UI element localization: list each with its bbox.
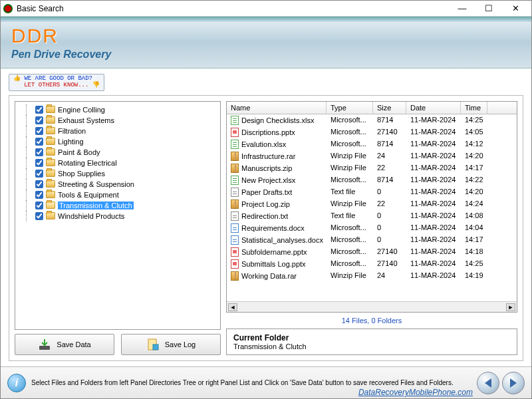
action-buttons: Save Data Save Log <box>15 334 221 355</box>
file-table[interactable]: Name Type Size Date Time Design Checklis… <box>227 102 517 301</box>
tree-item[interactable]: Exhaust Systems <box>17 115 219 126</box>
save-log-button[interactable]: Save Log <box>121 334 221 355</box>
file-row[interactable]: Requirements.docxMicrosoft...011-MAR-202… <box>227 222 517 234</box>
footer: i Select Files and Folders from left Pan… <box>1 366 531 398</box>
file-row[interactable]: Submittals Log.pptxMicrosoft...2714011-M… <box>227 258 517 270</box>
file-row[interactable]: Design Checklists.xlsxMicrosoft...871411… <box>227 114 517 126</box>
tree-checkbox[interactable] <box>35 138 43 146</box>
file-row[interactable]: Evalution.xlsxMicrosoft...871411-MAR-202… <box>227 138 517 150</box>
tree-label: Lighting <box>58 138 84 146</box>
horizontal-scrollbar[interactable]: ◄ ► <box>227 301 517 312</box>
zip-icon <box>231 200 239 209</box>
col-time[interactable]: Time <box>461 102 487 114</box>
tree-checkbox[interactable] <box>35 180 43 188</box>
tree-item[interactable]: Windshield Products <box>17 211 219 221</box>
folder-icon <box>46 159 55 166</box>
file-row[interactable]: Statistical_analyses.docxMicrosoft...011… <box>227 234 517 246</box>
col-date[interactable]: Date <box>406 102 461 114</box>
scroll-right-icon[interactable]: ► <box>506 303 515 311</box>
file-row[interactable]: Subfoldername.pptxMicrosoft...2714011-MA… <box>227 246 517 258</box>
tree-item[interactable]: Rotating Electrical <box>17 158 219 168</box>
tree-checkbox[interactable] <box>35 106 43 114</box>
folder-icon <box>46 201 55 209</box>
tree-item[interactable]: Paint & Body <box>17 147 219 158</box>
xlsx-icon <box>231 140 239 149</box>
col-type[interactable]: Type <box>327 102 373 114</box>
scroll-left-icon[interactable]: ◄ <box>228 303 237 311</box>
tree-item[interactable]: Transmission & Clutch <box>17 200 219 211</box>
forward-button[interactable] <box>502 372 525 394</box>
tree-checkbox[interactable] <box>35 116 43 124</box>
header-banner: DDR Pen Drive Recovery <box>1 17 531 68</box>
file-row[interactable]: Manuscripts.zipWinzip File2211-MAR-20241… <box>227 162 517 174</box>
file-row[interactable]: New Project.xlsxMicrosoft...871411-MAR-2… <box>227 174 517 186</box>
file-time: 14:17 <box>461 235 487 245</box>
file-row[interactable]: Redirection.txtText file011-MAR-202414:0… <box>227 210 517 222</box>
tree-label: Engine Colling <box>58 106 105 114</box>
tree-item[interactable]: Shop Supplies <box>17 168 219 179</box>
minimize-button[interactable]: — <box>449 1 475 16</box>
file-row[interactable]: Project Log.zipWinzip File2211-MAR-20241… <box>227 198 517 210</box>
file-type: Winzip File <box>327 271 373 281</box>
maximize-button[interactable]: ☐ <box>475 1 502 16</box>
file-size: 0 <box>373 211 406 221</box>
feedback-banner[interactable]: 👍 WE ARE GOOD OR BAD? LET OTHERS KNOW...… <box>9 74 104 91</box>
file-type: Microsoft... <box>327 223 373 233</box>
file-type: Winzip File <box>327 163 373 174</box>
file-time: 14:25 <box>461 259 487 269</box>
file-row[interactable]: Discriptions.pptxMicrosoft...2714011-MAR… <box>227 126 517 138</box>
folder-icon <box>46 127 55 134</box>
save-data-button[interactable]: Save Data <box>15 334 114 355</box>
file-size: 24 <box>373 271 406 281</box>
file-name: Statistical_analyses.docx <box>227 235 327 245</box>
window-controls: — ☐ ✕ <box>449 1 529 16</box>
panels: Engine CollingExhaust SystemsFiltrationL… <box>9 95 523 361</box>
save-log-icon <box>146 338 160 351</box>
tree-item[interactable]: Lighting <box>17 136 219 147</box>
col-name[interactable]: Name <box>227 102 327 114</box>
tree-item[interactable]: Filtration <box>17 126 219 136</box>
tree-checkbox[interactable] <box>35 148 43 156</box>
file-type: Microsoft... <box>327 115 373 126</box>
tree-item[interactable]: Engine Colling <box>17 104 219 115</box>
file-size: 0 <box>373 235 406 245</box>
file-name: Infrastructure.rar <box>227 151 327 162</box>
file-row[interactable]: Working Data.rarWinzip File2411-MAR-2024… <box>227 270 517 282</box>
file-name: Submittals Log.pptx <box>227 259 327 269</box>
svg-rect-0 <box>39 346 50 350</box>
tree-checkbox[interactable] <box>35 212 43 220</box>
tree-label: Paint & Body <box>58 148 100 156</box>
brand-logo: DDR <box>11 25 521 47</box>
tree-label: Streeting & Suspension <box>58 180 134 188</box>
pptx-icon <box>231 128 239 137</box>
folder-tree[interactable]: Engine CollingExhaust SystemsFiltrationL… <box>15 101 221 330</box>
back-button[interactable] <box>477 372 499 394</box>
banner-line1: WE ARE GOOD OR BAD? <box>24 75 92 82</box>
tree-checkbox[interactable] <box>35 191 43 199</box>
close-button[interactable]: ✕ <box>502 1 529 16</box>
tree-item[interactable]: Tools & Equipment <box>17 190 219 200</box>
file-date: 11-MAR-2024 <box>406 235 461 245</box>
product-name: Pen Drive Recovery <box>11 49 521 61</box>
tree-checkbox[interactable] <box>35 201 43 209</box>
footer-link[interactable]: DataRecoveryMobilePhone.com <box>358 388 473 397</box>
save-data-label: Save Data <box>57 340 90 348</box>
zip-icon <box>231 271 239 281</box>
tree-item[interactable]: Streeting & Suspension <box>17 179 219 190</box>
zip-icon <box>231 152 239 161</box>
tree-label: Shop Supplies <box>58 170 105 178</box>
tree-checkbox[interactable] <box>35 127 43 135</box>
txt-icon <box>231 188 239 197</box>
tree-checkbox[interactable] <box>35 159 43 167</box>
col-size[interactable]: Size <box>373 102 406 114</box>
file-time: 14:12 <box>461 139 487 150</box>
file-type: Microsoft... <box>327 259 373 269</box>
file-time: 14:25 <box>461 115 487 126</box>
app-window: Basic Search — ☐ ✕ DDR Pen Drive Recover… <box>0 0 532 399</box>
file-date: 11-MAR-2024 <box>406 187 461 198</box>
info-icon: i <box>7 374 26 392</box>
file-size: 22 <box>373 163 406 174</box>
file-row[interactable]: Infrastructure.rarWinzip File2411-MAR-20… <box>227 150 517 162</box>
file-row[interactable]: Paper Drafts.txtText file011-MAR-202414:… <box>227 186 517 198</box>
tree-checkbox[interactable] <box>35 170 43 178</box>
